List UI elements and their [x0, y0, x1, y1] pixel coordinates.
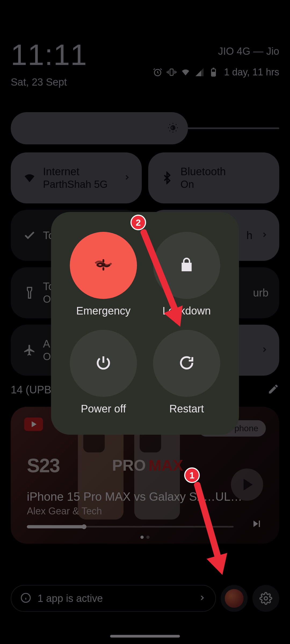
power-menu-restart[interactable]: Restart: [145, 323, 228, 421]
battery-icon: [209, 67, 218, 77]
restart-label: Restart: [169, 403, 204, 415]
media-overlay-text: S23 PROMAX: [27, 455, 60, 477]
settings-button[interactable]: [252, 585, 279, 612]
tile-row2-right-tail: h: [247, 229, 252, 241]
status-icons-row: 1 day, 11 hrs: [153, 67, 279, 78]
media-thumbnail: [78, 423, 207, 541]
tile-bluetooth-sub: On: [180, 179, 269, 190]
chevron-right-icon: [198, 594, 206, 603]
youtube-icon: [24, 418, 43, 431]
restart-icon: [178, 354, 195, 372]
vibrate-icon: [167, 67, 176, 77]
wifi-icon: [21, 171, 38, 184]
annotation-badge-2: 2: [130, 215, 146, 230]
chevron-right-icon[interactable]: [260, 231, 269, 240]
apps-active-chip[interactable]: 1 app is active: [11, 585, 216, 612]
signal-icon: [195, 67, 204, 77]
power-menu-power-off[interactable]: Power off: [62, 323, 145, 421]
alarm-icon: [153, 67, 162, 77]
battery-time-label: 1 day, 11 hrs: [224, 67, 279, 78]
power-menu-emergency[interactable]: Emergency: [62, 225, 145, 323]
svg-rect-3: [212, 72, 215, 75]
nav-gesture-bar[interactable]: [110, 635, 180, 638]
user-switcher-button[interactable]: [221, 585, 248, 612]
tile-bluetooth[interactable]: Bluetooth On: [148, 152, 279, 203]
tile-dnd-tail: urb: [253, 287, 269, 299]
annotation-arrow-1: [193, 483, 247, 585]
svg-rect-1: [170, 69, 173, 75]
power-off-label: Power off: [81, 403, 126, 415]
power-icon: [95, 354, 112, 372]
tile-internet-title: Internet: [43, 166, 123, 178]
apps-active-label: 1 app is active: [38, 593, 198, 604]
date: Sat, 23 Sept: [11, 76, 279, 88]
emergency-label: Emergency: [76, 305, 130, 317]
edit-icon[interactable]: [267, 383, 279, 396]
info-icon: [20, 592, 31, 604]
carrier-label: JIO 4G — Jio: [218, 46, 279, 57]
user-avatar-icon: [225, 589, 244, 608]
wifi-icon: [181, 67, 190, 77]
tile-internet-sub: ParthShah 5G: [43, 179, 123, 190]
tile-bluetooth-title: Bluetooth: [180, 166, 269, 178]
media-author: Alex Gear & Tech: [27, 506, 102, 517]
build-number: 14 (UPB5: [11, 384, 57, 396]
airplane-icon: [21, 344, 38, 357]
media-page-dots: [140, 536, 150, 539]
skip-next-button[interactable]: [250, 517, 263, 531]
chevron-right-icon[interactable]: [123, 173, 131, 182]
brightness-slider[interactable]: [11, 112, 279, 144]
annotation-arrow-2: [140, 231, 188, 333]
brightness-icon: [167, 122, 179, 135]
emergency-icon: [94, 255, 113, 276]
bluetooth-icon: [159, 171, 175, 184]
checklist-icon: [21, 229, 38, 242]
tile-internet[interactable]: Internet ParthShah 5G: [11, 152, 142, 203]
annotation-badge-1: 1: [184, 467, 200, 483]
svg-point-8: [264, 597, 267, 600]
flashlight-icon: [21, 286, 38, 299]
chevron-right-icon[interactable]: [260, 346, 269, 355]
